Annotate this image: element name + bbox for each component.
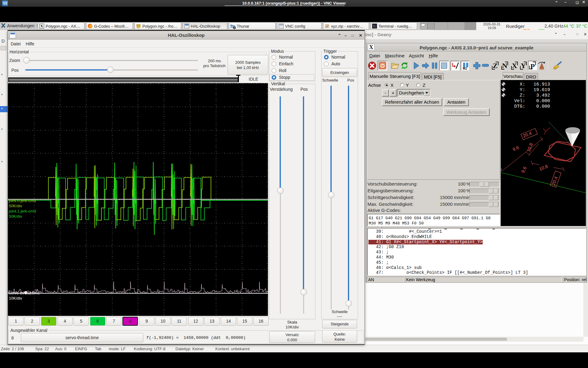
svg-text:Vel: 0.000: Vel: 0.000 — [509, 98, 550, 104]
svg-text:9.6: 9.6 — [520, 166, 527, 174]
svg-text:servo-thread.time: servo-thread.time — [9, 291, 40, 295]
svg-text:50K/div: 50K/div — [9, 214, 22, 219]
svg-text:50K/div: 50K/div — [9, 204, 22, 208]
svg-text:Z: 3.492: Z: 3.492 — [509, 93, 550, 98]
svg-text:joint.0.jerk-cmd: joint.0.jerk-cmd — [9, 198, 36, 203]
svg-text:Y: 19.619: Y: 19.619 — [509, 87, 550, 93]
svg-text:M1: M1 — [463, 67, 467, 70]
svg-text:20.4: 20.4 — [522, 130, 532, 139]
svg-text:joint.1.jerk-cmd: joint.1.jerk-cmd — [9, 209, 36, 213]
svg-text:20.4: 20.4 — [551, 176, 559, 186]
svg-text:9.6: 9.6 — [512, 144, 520, 152]
svg-text:DTG: 0.000: DTG: 0.000 — [509, 104, 550, 109]
svg-text:10K/div: 10K/div — [9, 296, 22, 301]
svg-text:10.8: 10.8 — [538, 163, 548, 172]
svg-text:X: 16.913: X: 16.913 — [509, 82, 550, 87]
